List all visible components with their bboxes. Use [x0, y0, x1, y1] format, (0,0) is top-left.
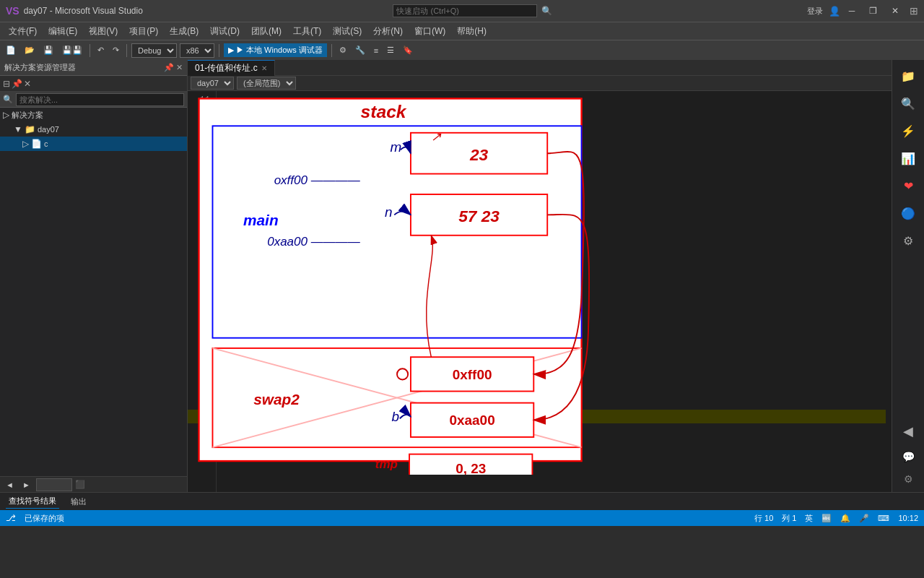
- rs-icon-1[interactable]: 📁: [895, 63, 921, 89]
- ln-12: 12: [188, 108, 210, 121]
- feedback-icon[interactable]: 💬: [895, 446, 921, 467]
- close-panel-icon[interactable]: ✕: [24, 79, 31, 89]
- ln-25: 25: [188, 286, 210, 300]
- function-dropdown[interactable]: (全局范围): [237, 77, 296, 90]
- code-line-14: int n = 57;: [222, 135, 886, 149]
- ln-22: 22: [188, 245, 210, 259]
- tab-main-file[interactable]: 01-传值和传址.c ✕: [188, 60, 275, 76]
- scope-dropdown[interactable]: day07: [191, 77, 234, 90]
- tab-label: 01-传值和传址.c: [195, 62, 258, 74]
- ln-36: 36: [188, 437, 210, 451]
- rs-icon-6[interactable]: 🔵: [895, 200, 921, 226]
- zoom-out-button[interactable]: ◄: [3, 477, 17, 493]
- tab-close-icon[interactable]: ✕: [261, 64, 267, 72]
- dock-controls: ⊟ 📌 ✕: [0, 76, 187, 92]
- maximize-button[interactable]: ❒: [863, 4, 884, 18]
- zoom-controls: ◄ ► 141 % ⬛: [0, 476, 187, 492]
- menu-project[interactable]: 项目(P): [123, 24, 164, 39]
- collapse-panel-icon[interactable]: ◀: [895, 418, 921, 444]
- rs-icon-2[interactable]: 🔍: [895, 90, 921, 116]
- title-left: VS day07 - Microsoft Visual Studio: [6, 5, 143, 17]
- ln-18: 18: [188, 190, 210, 204]
- code-content[interactable]: ⊟int main(void) { int m = 23; int n = 57…: [217, 91, 892, 492]
- menu-file[interactable]: 文件(F): [3, 24, 43, 39]
- platform-dropdown[interactable]: x86: [180, 43, 214, 58]
- editor-navbar: day07 (全局范围): [188, 76, 892, 91]
- redo-button[interactable]: ↷: [110, 43, 122, 59]
- header-buttons: 📌 ✕: [164, 63, 183, 72]
- menu-debug[interactable]: 调试(D): [204, 24, 245, 39]
- auto-hide-icon[interactable]: 📌: [12, 79, 22, 89]
- status-right: 行 10 列 1 英 🔤 🔔 🎤 ⌨ 10:12: [754, 513, 918, 524]
- line-numbers: 11 12 13 14 15 16 17 18 19 20 21 22 23 2…: [188, 91, 217, 492]
- debug-config-dropdown[interactable]: Debug: [131, 43, 177, 58]
- toolbar-btn-4[interactable]: ☰: [384, 43, 397, 59]
- menu-tools[interactable]: 工具(T): [287, 24, 327, 39]
- dock-icon[interactable]: ⊟: [3, 79, 10, 89]
- quick-launch-input[interactable]: [393, 4, 537, 17]
- code-line-23: [222, 259, 886, 272]
- open-button[interactable]: 📂: [22, 43, 38, 59]
- settings-icon[interactable]: ⚙: [895, 468, 921, 489]
- undo-button[interactable]: ↶: [95, 43, 107, 59]
- ln-17: 17: [188, 176, 210, 190]
- pin-icon[interactable]: 📌: [164, 63, 174, 72]
- titlebar-controls: 登录 👤 ─ ❒ ✕ ⊞: [803, 4, 918, 18]
- tree-item-solution[interactable]: ▷ 解决方案: [0, 108, 187, 122]
- editor-container: 01-传值和传址.c ✕ day07 (全局范围) 11 12 13 14 15…: [188, 60, 892, 492]
- ln-16: 16: [188, 163, 210, 176]
- bottom-tab-output[interactable]: 输出: [68, 495, 90, 509]
- rs-icon-5[interactable]: ❤: [895, 173, 921, 199]
- left-panel: 解决方案资源管理器 📌 ✕ ⊟ 📌 ✕ 🔍 ▷ 解决方案 ▼ 📁: [0, 60, 188, 492]
- code-line-35: }: [222, 423, 886, 437]
- menu-test[interactable]: 测试(S): [327, 24, 367, 39]
- toolbar-btn-2[interactable]: 🔧: [352, 43, 368, 59]
- menu-window[interactable]: 窗口(W): [409, 24, 451, 39]
- menu-build[interactable]: 生成(B): [164, 24, 204, 39]
- zoom-in-button[interactable]: ►: [19, 477, 33, 493]
- solution-label: 解决方案: [12, 110, 43, 121]
- code-line-28: ⊟int swap2(int *a, int *b): [222, 327, 886, 341]
- user-login[interactable]: 登录: [803, 6, 827, 17]
- bottom-panel: 查找符号结果 输出: [0, 492, 924, 510]
- titlebar: VS day07 - Microsoft Visual Studio 🔍 登录 …: [0, 0, 924, 22]
- search-solution-input[interactable]: [16, 93, 184, 106]
- code-line-30: int tmp = 0;: [222, 355, 886, 368]
- bookmark-button[interactable]: 🔖: [400, 43, 416, 59]
- save-all-button[interactable]: 💾💾: [59, 43, 85, 59]
- new-project-button[interactable]: 📄: [3, 43, 19, 59]
- tree-item-c[interactable]: ▷ 📄 c: [0, 137, 187, 151]
- menu-edit[interactable]: 编辑(E): [43, 24, 83, 39]
- menu-help[interactable]: 帮助(H): [451, 24, 492, 39]
- save-button[interactable]: 💾: [40, 43, 56, 59]
- ln-33: 33: [188, 396, 210, 410]
- c-file-label: c: [44, 139, 48, 148]
- menu-view[interactable]: 视图(V): [83, 24, 123, 39]
- start-debug-button[interactable]: ▶ ▶ 本地 Windows 调试器: [224, 43, 327, 57]
- rs-icon-4[interactable]: 📊: [895, 145, 921, 171]
- menu-team[interactable]: 团队(M): [245, 24, 287, 39]
- search-icon: 🔍: [541, 6, 552, 16]
- zoom-input[interactable]: 141 %: [36, 478, 72, 491]
- rs-icon-7[interactable]: ⚙: [895, 228, 921, 254]
- ln-20: 20: [188, 217, 210, 231]
- minimize-button[interactable]: ─: [842, 4, 862, 18]
- toolbar-btn-3[interactable]: ≡: [371, 43, 381, 59]
- tab-bar: 01-传值和传址.c ✕: [188, 60, 892, 76]
- bottom-tab-find[interactable]: 查找符号结果: [6, 494, 59, 509]
- vs-logo-icon: VS: [6, 5, 19, 17]
- tree-item-day07[interactable]: ▼ 📁 day07: [0, 122, 187, 137]
- chevron-down-icon: ▼: [14, 124, 22, 134]
- ln-13: 13: [188, 121, 210, 135]
- status-lang: 英: [805, 513, 813, 524]
- day07-label: day07: [38, 125, 59, 134]
- close-button[interactable]: ✕: [885, 4, 905, 18]
- toolbar: 📄 📂 💾 💾💾 ↶ ↷ Debug x86 ▶ ▶ 本地 Windows 调试…: [0, 40, 924, 60]
- chevron-right-icon: ▷: [3, 110, 9, 120]
- menu-analyze[interactable]: 分析(N): [367, 24, 409, 39]
- ln-35: 35: [188, 423, 210, 437]
- rs-icon-3[interactable]: ⚡: [895, 118, 921, 144]
- toolbar-btn-1[interactable]: ⚙: [336, 43, 349, 59]
- ln-28: 28: [188, 327, 210, 341]
- header-close-icon[interactable]: ✕: [176, 63, 183, 72]
